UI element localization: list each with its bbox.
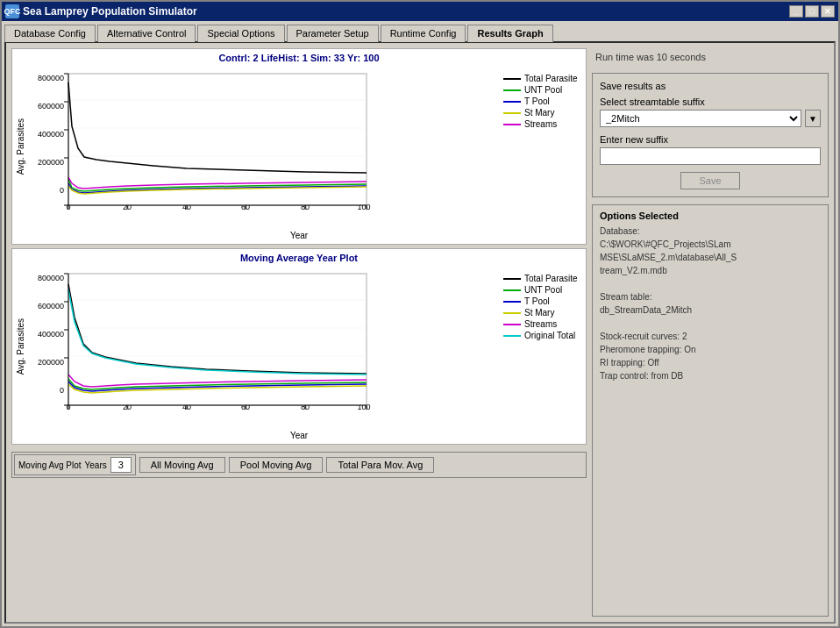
chart2-y-label: Avg. Parasites xyxy=(16,318,25,375)
chart1-legend: Total Parasite UNT Pool T Pool xyxy=(503,65,582,229)
all-moving-avg-button[interactable]: All Moving Avg xyxy=(139,457,225,473)
new-suffix-label: Enter new suffix xyxy=(600,134,821,145)
legend2-streams xyxy=(503,324,521,325)
moving-avg-group: Moving Avg Plot Years xyxy=(14,454,136,475)
legend2-original-total xyxy=(503,335,521,337)
pool-moving-avg-button[interactable]: Pool Moving Avg xyxy=(229,457,324,473)
chart2-title: Moving Average Year Plot xyxy=(16,253,582,263)
tab-database-config[interactable]: Database Config xyxy=(4,25,96,42)
chart2-area: 800000 600000 400000 200000 0 0 20 40 60… xyxy=(31,265,500,429)
legend2-st-mary xyxy=(503,312,521,314)
app-icon: QFC xyxy=(5,4,19,18)
options-title: Options Selected xyxy=(600,211,821,221)
right-panel: Run time was 10 seconds Save results as … xyxy=(592,48,829,617)
legend2-label-total-parasite: Total Parasite xyxy=(524,274,578,283)
bottom-bar: Moving Avg Plot Years All Moving Avg Poo… xyxy=(11,452,587,478)
dropdown-arrow[interactable]: ▼ xyxy=(805,110,821,127)
legend-streams xyxy=(503,124,521,125)
runtime-text: Run time was 10 seconds xyxy=(592,48,829,66)
total-para-mov-avg-button[interactable]: Total Para Mov. Avg xyxy=(326,457,434,473)
svg-text:800000: 800000 xyxy=(38,274,64,282)
main-window: QFC Sea Lamprey Population Simulator _ □… xyxy=(0,0,840,628)
legend-unt-pool xyxy=(503,89,521,91)
svg-text:400000: 400000 xyxy=(38,330,64,339)
content-area: Contrl: 2 LifeHist: 1 Sim: 33 Yr: 100 Av… xyxy=(4,41,836,624)
save-button[interactable]: Save xyxy=(680,172,739,189)
stream-table-label: Stream table: xyxy=(600,290,821,303)
options-box: Options Selected Database: C:\$WORK\#QFC… xyxy=(592,204,829,617)
left-panel: Contrl: 2 LifeHist: 1 Sim: 33 Yr: 100 Av… xyxy=(11,48,587,617)
legend-total-parasite xyxy=(503,78,521,80)
svg-text:800000: 800000 xyxy=(38,74,64,82)
ri-trapping-label: RI trapping: Off xyxy=(600,356,821,369)
chart2-container: Moving Average Year Plot Avg. Parasites … xyxy=(11,248,587,445)
svg-text:600000: 600000 xyxy=(38,102,64,111)
legend-label-unt-pool: UNT Pool xyxy=(524,85,562,95)
tabs-bar: Database Config Alternative Control Spec… xyxy=(2,21,838,41)
chart1-container: Contrl: 2 LifeHist: 1 Sim: 33 Yr: 100 Av… xyxy=(11,48,587,245)
svg-text:400000: 400000 xyxy=(38,130,64,139)
years-label: Years xyxy=(85,460,107,470)
maximize-button[interactable]: □ xyxy=(805,5,819,18)
legend2-label-unt-pool: UNT Pool xyxy=(524,285,562,295)
svg-rect-11 xyxy=(68,74,367,205)
tab-special-options[interactable]: Special Options xyxy=(197,25,284,42)
window-title: Sea Lamprey Population Simulator xyxy=(23,5,197,18)
close-button[interactable]: ✕ xyxy=(821,5,835,18)
title-bar: QFC Sea Lamprey Population Simulator _ □… xyxy=(2,2,838,21)
chart1-area: 800000 600000 400000 200000 0 0 20 40 60 xyxy=(31,65,500,229)
database-label: Database: xyxy=(600,225,821,238)
legend-label-st-mary: St Mary xyxy=(524,108,554,118)
legend-t-pool xyxy=(503,101,521,103)
tab-alternative-control[interactable]: Alternative Control xyxy=(97,25,196,42)
stock-recruit-label: Stock-recruit curves: 2 xyxy=(600,330,821,343)
legend2-label-original-total: Original Total xyxy=(524,331,575,340)
select-suffix-label: Select streamtable suffix xyxy=(600,96,821,107)
years-input[interactable] xyxy=(110,457,132,473)
options-text: Database: C:\$WORK\#QFC_Projects\SLamMSE… xyxy=(600,225,821,382)
legend2-unt-pool xyxy=(503,289,521,291)
chart2-legend: Total Parasite UNT Pool T Pool xyxy=(503,265,582,429)
pheromone-label: Pheromone trapping: On xyxy=(600,343,821,356)
database-value: C:\$WORK\#QFC_Projects\SLamMSE\SLaMSE_2.… xyxy=(600,238,821,277)
legend2-label-st-mary: St Mary xyxy=(524,308,554,318)
save-box-title: Save results as xyxy=(600,81,821,91)
tab-parameter-setup[interactable]: Parameter Setup xyxy=(287,25,379,42)
svg-text:600000: 600000 xyxy=(38,302,64,310)
chart1-y-label: Avg. Parasites xyxy=(16,118,25,175)
legend2-t-pool xyxy=(503,301,521,303)
moving-avg-label: Moving Avg Plot xyxy=(18,460,82,470)
legend2-label-t-pool: T Pool xyxy=(524,296,550,306)
svg-text:0: 0 xyxy=(60,186,64,195)
legend-label-t-pool: T Pool xyxy=(524,96,550,106)
svg-text:200000: 200000 xyxy=(38,358,64,367)
suffix-dropdown[interactable]: _2Mitch xyxy=(600,110,801,127)
legend-label-streams: Streams xyxy=(524,119,557,129)
new-suffix-input[interactable] xyxy=(600,147,821,165)
svg-text:200000: 200000 xyxy=(38,158,64,167)
trap-control-label: Trap control: from DB xyxy=(600,369,821,382)
save-box: Save results as Select streamtable suffi… xyxy=(592,73,829,197)
legend2-label-streams: Streams xyxy=(524,319,557,329)
tab-runtime-config[interactable]: Runtime Config xyxy=(381,25,466,42)
svg-text:0: 0 xyxy=(60,386,64,395)
stream-table-value: db_StreamData_2Mitch xyxy=(600,303,821,317)
chart2-x-label: Year xyxy=(16,431,582,440)
chart1-x-label: Year xyxy=(16,231,582,240)
minimize-button[interactable]: _ xyxy=(789,5,803,18)
legend-st-mary xyxy=(503,112,521,114)
chart1-title: Contrl: 2 LifeHist: 1 Sim: 33 Yr: 100 xyxy=(16,53,582,63)
tab-results-graph[interactable]: Results Graph xyxy=(467,25,552,42)
legend2-total-parasite xyxy=(503,278,521,280)
legend-label-total-parasite: Total Parasite xyxy=(524,74,578,83)
